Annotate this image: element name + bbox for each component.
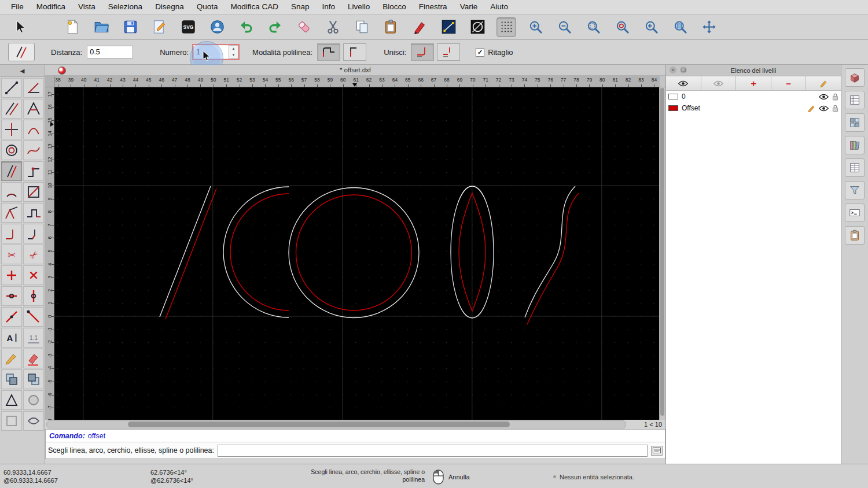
panel-float-button[interactable]: ❏: [680, 66, 687, 73]
vertical-scrollbar[interactable]: [659, 87, 665, 420]
remove-layer-button[interactable]: −: [771, 76, 807, 90]
command-line-toggle-button[interactable]: [845, 204, 865, 222]
layer-row-Offset[interactable]: Offset: [666, 102, 841, 114]
menu-blocco[interactable]: Blocco: [376, 0, 413, 14]
palette-tool-dimension-style[interactable]: 1.1: [23, 328, 44, 347]
save-file-button[interactable]: [120, 17, 140, 37]
palette-tool-break-vertical[interactable]: [23, 286, 44, 306]
redo-button[interactable]: [265, 17, 285, 37]
menu-file[interactable]: File: [5, 0, 30, 14]
menu-finestra[interactable]: Finestra: [413, 0, 454, 14]
palette-tool-line-triangle[interactable]: [23, 99, 44, 119]
grid-toggle-button[interactable]: [496, 17, 516, 37]
palette-tool-divide-horizontal[interactable]: [1, 265, 22, 285]
menu-vista[interactable]: Vista: [72, 0, 102, 14]
palette-tool-polyline-segment[interactable]: [23, 203, 44, 223]
open-file-button[interactable]: [91, 17, 111, 37]
zoom-previous-button[interactable]: [641, 17, 661, 37]
vertical-scroll-thumb[interactable]: [660, 88, 664, 416]
pen-attributes-button[interactable]: [410, 17, 429, 37]
horizontal-scrollbar[interactable]: [46, 420, 626, 428]
library-browser-toggle-button[interactable]: [845, 136, 865, 154]
zoom-in-button[interactable]: [525, 17, 545, 37]
palette-tool-stretch-diagonal[interactable]: [23, 307, 44, 327]
lock-icon[interactable]: [832, 105, 838, 112]
add-layer-button[interactable]: ＋: [736, 76, 771, 90]
show-all-layers-button[interactable]: [666, 76, 701, 90]
panel-close-button[interactable]: ×: [670, 66, 676, 73]
drawing-canvas[interactable]: [54, 87, 659, 420]
palette-tool-highlight[interactable]: [23, 349, 44, 368]
clipboard-panel-toggle-button[interactable]: [845, 226, 865, 245]
erase-button[interactable]: [294, 17, 314, 37]
palette-tool-order-front[interactable]: [1, 369, 22, 389]
palette-tool-circle-concentric[interactable]: [1, 141, 22, 160]
show-active-layer-button[interactable]: [701, 76, 737, 90]
menu-seleziona[interactable]: Seleziona: [102, 0, 149, 14]
block-3d-view-button[interactable]: [845, 68, 865, 87]
palette-tool-fillet[interactable]: [1, 224, 22, 243]
eye-icon[interactable]: [713, 80, 723, 87]
selection-filter-toggle-button[interactable]: [845, 181, 865, 199]
palette-tool-rect-tool[interactable]: [1, 411, 22, 431]
palette-tool-trim[interactable]: ✂: [1, 245, 22, 264]
palette-tool-divide-vertical[interactable]: [23, 265, 44, 285]
menu-info[interactable]: Info: [316, 0, 342, 14]
palette-tool-break-out[interactable]: [1, 286, 22, 306]
lock-icon[interactable]: [832, 93, 838, 101]
horizontal-scroll-thumb[interactable]: [128, 422, 510, 427]
layer-row-0[interactable]: 0: [666, 91, 841, 102]
menu-varie[interactable]: Varie: [454, 0, 484, 14]
block-panel-toggle-button[interactable]: [845, 113, 865, 132]
stepper-up-icon[interactable]: ▲: [229, 46, 238, 52]
menu-aiuto[interactable]: Aiuto: [484, 0, 514, 14]
palette-tool-arc-concentric[interactable]: [1, 182, 22, 202]
zoom-auto-button[interactable]: [583, 17, 603, 37]
menu-livello[interactable]: Livello: [341, 0, 376, 14]
join-none-button[interactable]: [437, 43, 460, 61]
palette-tool-polygon-side[interactable]: [1, 203, 22, 223]
zoom-out-button[interactable]: [554, 17, 574, 37]
palette-tool-line-cross[interactable]: [1, 120, 22, 139]
palette-tool-rectangle-diagonal[interactable]: [23, 182, 44, 202]
edit-layer-button[interactable]: [806, 76, 841, 90]
document-tab[interactable]: * offset.dxf: [45, 65, 665, 76]
property-editor-toggle-button[interactable]: [845, 158, 865, 177]
line-attributes-button[interactable]: [439, 17, 458, 37]
number-input[interactable]: [193, 46, 229, 58]
distance-input[interactable]: [87, 46, 133, 58]
number-stepper[interactable]: ▲▼: [229, 45, 238, 59]
palette-tool-bevel[interactable]: [23, 224, 44, 243]
palette-collapse-button[interactable]: ◀: [0, 65, 45, 77]
palette-tool-trim-two[interactable]: ✂: [23, 245, 44, 264]
keyboard-toggle-button[interactable]: [651, 446, 663, 456]
palette-tool-spline[interactable]: [23, 141, 44, 160]
eye-icon[interactable]: [819, 105, 829, 112]
palette-tool-point-tool[interactable]: [23, 390, 44, 410]
cut-button[interactable]: [323, 17, 343, 37]
join-round-button[interactable]: [411, 43, 434, 61]
command-input[interactable]: [218, 445, 648, 457]
stepper-down-icon[interactable]: ▼: [229, 52, 238, 58]
menu-modifica[interactable]: Modifica: [30, 0, 72, 14]
palette-tool-edit-pencil[interactable]: [1, 349, 22, 368]
eye-icon[interactable]: [819, 94, 829, 100]
polyline-mode-round-button[interactable]: [317, 43, 340, 61]
copy-button[interactable]: [352, 17, 372, 37]
menu-snap[interactable]: Snap: [285, 0, 316, 14]
menu-disegna[interactable]: Disegna: [149, 0, 190, 14]
zoom-pan-button[interactable]: [699, 17, 719, 37]
layer-panel-toggle-button[interactable]: [845, 91, 865, 109]
select-cursor-button[interactable]: [9, 17, 29, 37]
polyline-mode-sharp-button[interactable]: [343, 43, 366, 61]
zoom-window-button[interactable]: [670, 17, 690, 37]
undo-button[interactable]: [236, 17, 256, 37]
palette-tool-order-back[interactable]: [23, 369, 44, 389]
palette-tool-arc-three-points[interactable]: [23, 120, 44, 139]
zoom-redraw-button[interactable]: [612, 17, 632, 37]
print-preview-button[interactable]: [207, 17, 227, 37]
paste-button[interactable]: [381, 17, 400, 37]
palette-tool-line-angle[interactable]: [23, 78, 44, 98]
clip-checkbox[interactable]: ✓ Ritaglio: [476, 48, 513, 57]
menu-quota[interactable]: Quota: [190, 0, 225, 14]
